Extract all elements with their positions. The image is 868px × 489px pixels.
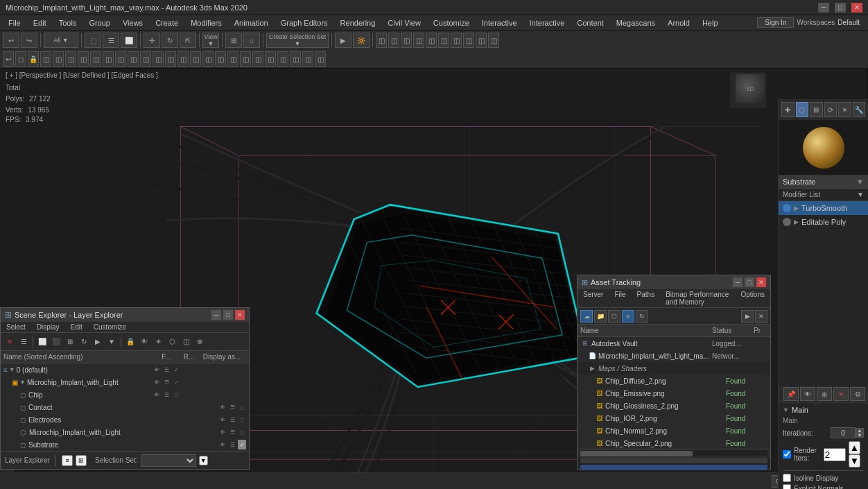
at-row-diffuse[interactable]: 🖼 Chip_Diffuse_2.png Found	[578, 375, 770, 387]
at-menu-bitmap[interactable]: Bitmap Performance and Memory	[660, 289, 735, 307]
maximize-button[interactable]: □	[835, 3, 846, 12]
toolbar-btn-misc4[interactable]: ◫	[413, 33, 424, 48]
at-tb-btn3[interactable]: ⬡	[608, 310, 620, 323]
menu-edit[interactable]: Edit	[28, 17, 52, 28]
se-row-group-eye[interactable]: 👁	[153, 377, 161, 387]
se-row-chip-lock[interactable]: ☰	[162, 390, 171, 400]
se-row-substrate-eye[interactable]: 👁	[218, 440, 227, 449]
at-menu-file[interactable]: File	[609, 289, 631, 307]
sign-in-button[interactable]: Sign In	[757, 17, 794, 28]
render-iters-down[interactable]: ▼	[849, 454, 860, 467]
menu-arnold[interactable]: Arnold	[662, 17, 695, 28]
menu-file[interactable]: File	[3, 17, 26, 28]
se-tb-sync[interactable]: ↻	[78, 336, 90, 348]
reference-button[interactable]: View ▼	[202, 33, 219, 48]
se-selection-set-dropdown[interactable]	[141, 454, 196, 467]
at-menu-server[interactable]: Server	[578, 289, 609, 307]
create-tab-icon[interactable]: ✚	[781, 102, 795, 117]
se-row-chip-eye[interactable]: 👁	[153, 390, 161, 400]
toolbar2-btn14[interactable]: ◫	[165, 51, 176, 67]
toolbar2-btn4[interactable]: ◫	[40, 51, 51, 67]
se-footer-dropdown-btn[interactable]: ▼	[199, 456, 208, 465]
at-titlebar[interactable]: ⊞ Asset Tracking ─ □ ✕	[578, 275, 770, 289]
isoline-checkbox[interactable]	[783, 474, 791, 482]
toolbar2-btn25[interactable]: ◫	[302, 51, 313, 67]
nav-cube[interactable]: 3D	[736, 74, 770, 109]
close-button[interactable]: ✕	[851, 3, 862, 12]
se-row-microchip-eye[interactable]: 👁	[218, 427, 227, 437]
menu-graph-editors[interactable]: Graph Editors	[275, 17, 333, 28]
at-menu-paths[interactable]: Paths	[632, 289, 661, 307]
menu-create[interactable]: Create	[150, 17, 184, 28]
at-tb-btn5[interactable]: ↻	[636, 310, 648, 323]
menu-scripting[interactable]: Interactive	[476, 17, 523, 28]
se-row-contact[interactable]: ◻ Contact 👁 ☰ ◻	[1, 401, 249, 413]
toolbar2-btn13[interactable]: ◫	[153, 51, 164, 67]
angle-snap-button[interactable]: ⌂	[243, 33, 260, 48]
menu-content[interactable]: Content	[571, 17, 609, 28]
se-row-substrate-lock[interactable]: ☰	[228, 440, 236, 449]
render-setup-button[interactable]: Create Selection Set ▼	[266, 33, 329, 48]
select-object-button[interactable]: ⬚	[85, 33, 101, 48]
at-tb-strip-paths[interactable]: ✕	[755, 310, 767, 323]
se-tb-btn11[interactable]: 🔒	[124, 336, 137, 348]
at-tb-btn1[interactable]: ☁	[580, 310, 593, 323]
se-minimize-btn[interactable]: ─	[211, 310, 221, 320]
se-row-electrodes-lock[interactable]: ☰	[228, 415, 236, 424]
se-row-group[interactable]: ▣ ▼ Microchip_Implant_with_Light 👁 ☰ ✓	[1, 376, 249, 388]
at-menu-options[interactable]: Options	[736, 289, 770, 307]
iterations-up[interactable]: ▲	[856, 428, 864, 433]
se-tb-select-none[interactable]: ⬛	[50, 336, 62, 348]
se-tb-btn12[interactable]: 👁	[138, 336, 150, 348]
render-iters-up[interactable]: ▲	[849, 441, 860, 454]
menu-interactive[interactable]: Interactive	[524, 17, 571, 28]
se-titlebar[interactable]: ⊞ Scene Explorer - Layer Explorer ─ □ ✕	[1, 308, 249, 322]
se-footer-btn2[interactable]: ⊞	[76, 455, 87, 466]
at-row-max-file[interactable]: 📄 Microchip_Implant_with_Light_max_vray.…	[578, 350, 770, 362]
toolbar2-btn18[interactable]: ◫	[215, 51, 226, 67]
se-tb-btn13[interactable]: ☀	[152, 336, 164, 348]
se-tb-filter-btn[interactable]: ☰	[17, 336, 30, 348]
iterations-down[interactable]: ▼	[856, 433, 864, 438]
redo-button[interactable]: ↪	[21, 33, 37, 48]
at-row-glossiness[interactable]: 🖼 Chip_Glossiness_2.png Found	[578, 400, 770, 412]
at-tb-move-paths[interactable]: ▶	[741, 310, 754, 323]
menu-megascans[interactable]: Megascans	[611, 17, 661, 28]
toolbar-btn-misc6[interactable]: ◫	[438, 33, 449, 48]
quick-render-button[interactable]: 🔆	[353, 33, 370, 48]
se-row-electrodes-eye[interactable]: 👁	[218, 415, 227, 424]
se-row-chip[interactable]: ◻ Chip 👁 ☰ ◻	[1, 388, 249, 401]
at-row-normal[interactable]: 🖼 Chip_Normal_2.png Found	[578, 424, 770, 437]
se-tb-close-btn[interactable]: ✕	[3, 336, 16, 348]
toolbar-btn-misc8[interactable]: ◫	[463, 33, 474, 48]
at-tb-btn2[interactable]: 📁	[594, 310, 607, 323]
se-row-microchip-lock[interactable]: ☰	[228, 427, 236, 437]
toolbar-btn-misc3[interactable]: ◫	[401, 33, 412, 48]
at-row-ior[interactable]: 🖼 Chip_IOR_2.png Found	[578, 412, 770, 424]
at-scroll-thumb[interactable]	[580, 451, 693, 456]
se-row-contact-eye[interactable]: 👁	[218, 402, 227, 412]
menu-animation[interactable]: Animation	[229, 17, 274, 28]
se-maximize-btn[interactable]: □	[223, 310, 233, 320]
make-unique-button[interactable]: ⊕	[817, 387, 832, 401]
toolbar2-btn7[interactable]: ◫	[78, 51, 89, 67]
render-iters-spinner[interactable]: ▲ ▼	[849, 441, 864, 467]
se-row-group-lock[interactable]: ☰	[162, 377, 171, 387]
toolbar2-btn24[interactable]: ◫	[290, 51, 301, 67]
se-row-microchip-obj[interactable]: ⬡ Microchip_Implant_with_Light 👁 ☰ ◻	[1, 426, 249, 438]
hierarchy-tab-icon[interactable]: ⊠	[810, 102, 823, 117]
toolbar-btn-misc1[interactable]: ◫	[376, 33, 387, 48]
at-row-vault[interactable]: ⊞ Autodesk Vault Logged...	[578, 337, 770, 350]
toolbar2-btn8[interactable]: ◫	[90, 51, 101, 67]
at-tb-btn4[interactable]: ≡	[622, 310, 634, 323]
menu-civil-view[interactable]: Civil View	[382, 17, 426, 28]
menu-views[interactable]: Views	[117, 17, 148, 28]
toolbar2-btn1[interactable]: ↩	[3, 51, 14, 67]
se-footer-btn1[interactable]: ≡	[62, 455, 73, 466]
modifier-turbosmooth[interactable]: ▶ TurboSmooth	[779, 201, 868, 215]
at-minimize-btn[interactable]: ─	[733, 277, 743, 287]
toolbar-btn-misc10[interactable]: ◫	[488, 33, 499, 48]
se-row-0-lock[interactable]: ☰	[162, 365, 171, 375]
menu-help[interactable]: Help	[697, 17, 724, 28]
rotate-button[interactable]: ↻	[162, 33, 178, 48]
